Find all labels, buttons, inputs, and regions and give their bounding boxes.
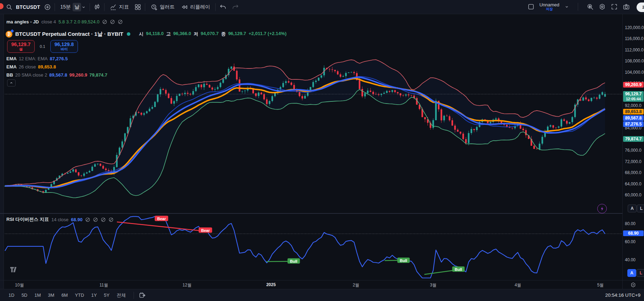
rsi-value: 68.90 [71, 217, 83, 222]
ma-angles-values: 5.8 3.7 2.0 89,524.0 [58, 19, 100, 24]
range-button-3M[interactable]: 3M [48, 292, 54, 298]
time-tick: 2025 [266, 282, 276, 287]
axis-settings-icon[interactable] [630, 282, 636, 288]
rsi-source-slash-icon[interactable] [101, 217, 106, 222]
indicators-button[interactable]: 지표 [108, 2, 131, 12]
settings-slash-icon[interactable] [110, 19, 115, 24]
replay-label: 리플레이 [190, 4, 210, 10]
layout-icon[interactable] [527, 3, 535, 10]
fullscreen-icon[interactable] [611, 3, 618, 10]
divergence-label-bull: Bull [452, 267, 465, 272]
time-tick: 3월 [430, 282, 437, 288]
compare-add-icon[interactable] [44, 4, 51, 11]
time-tick: 12월 [182, 282, 191, 288]
price-tick: 120,000.0 [625, 25, 644, 30]
replay-button[interactable]: 리플레이 [179, 2, 212, 12]
close-value: 96,129.7 [228, 31, 246, 37]
bb-params: 20 SMA close 2 [15, 72, 47, 78]
range-button-6M[interactable]: 6M [61, 292, 68, 298]
tradingview-logo[interactable] [10, 267, 18, 273]
goto-date-icon[interactable] [139, 292, 146, 299]
rsi-hide-icon[interactable] [85, 217, 90, 222]
interval-day-button[interactable]: 날 [73, 3, 81, 11]
toolbar-separator [134, 292, 134, 299]
buy-price: 96,129.8 [55, 42, 74, 47]
indicator-row-bb[interactable]: BB 20 SMA close 2 89,567.8 99,260.9 79,8… [6, 72, 107, 78]
price-axis[interactable]: 120,000.0116,000.0112,000.0108,000.0104,… [622, 14, 644, 289]
bb-upper-value: 99,260.9 [69, 72, 87, 78]
clock-label: 20:54:16 UTC+9 [605, 292, 640, 298]
rsi-log-scale-button[interactable]: L [637, 269, 644, 277]
snapshot-camera-icon[interactable] [623, 3, 630, 10]
indicator-row-rsi[interactable]: RSI 다이버전스 지표 14 close 68.90 [6, 216, 114, 223]
auto-scale-button[interactable]: A [628, 205, 637, 212]
low-value: 94,070.7 [201, 31, 219, 37]
high-value: 96,366.0 [173, 31, 191, 37]
divergence-label-bull: Bull [288, 258, 300, 264]
price-tag: 79,874.7 [623, 136, 644, 142]
rsi-auto-scale-button[interactable]: A [627, 269, 636, 277]
hide-icon[interactable] [102, 19, 107, 24]
layout-name-button[interactable]: Unnamed 저장 [540, 2, 559, 11]
instant-order-lightning-button[interactable] [597, 204, 607, 213]
toolbar-separator [145, 3, 145, 11]
sell-price: 96,129.7 [11, 42, 31, 47]
range-button-전체[interactable]: 전체 [117, 292, 126, 299]
time-axis[interactable]: 10월11월12월20252월3월4월5월 [0, 280, 644, 289]
main-chart[interactable] [0, 0, 644, 301]
range-button-5Y[interactable]: 5Y [104, 292, 109, 298]
layout-menu-chevron-icon[interactable] [564, 4, 569, 9]
interval-15m-label: 15분 [60, 4, 71, 10]
lightning-icon [600, 206, 605, 211]
rsi-remove-slash-icon[interactable] [108, 217, 114, 222]
price-tick: 112,000.0 [625, 48, 644, 52]
toolbar-separator [215, 3, 216, 11]
price-tick: 68,000.0 [625, 170, 642, 175]
time-tick: 11월 [100, 282, 108, 288]
ema12-name: EMA [6, 56, 17, 61]
indicators-icon [110, 4, 117, 11]
search-icon[interactable] [6, 4, 13, 11]
indicator-row-ma-angles: ma angles - JD close 4 5.8 3.7 2.0 89,52… [6, 18, 123, 26]
symbol-legend: ₿ BTCUSDT Perpetual Contract · 1날 · BYBI… [6, 30, 287, 38]
alert-button[interactable]: 얼러트 [149, 2, 176, 12]
replay-icon [181, 4, 188, 11]
buy-button[interactable]: 96,129.8 바이 [50, 40, 78, 53]
time-tick: 5월 [597, 282, 604, 288]
rsi-tick: 80.00 [625, 221, 635, 226]
settings-icon[interactable] [599, 3, 606, 10]
quick-search-icon[interactable] [587, 3, 594, 10]
btc-coin-icon: ₿ [6, 31, 12, 38]
layout-grid-icon[interactable] [134, 4, 141, 11]
chart-type-icon[interactable] [94, 4, 101, 11]
range-button-5D[interactable]: 5D [22, 292, 28, 298]
log-scale-button[interactable]: L [637, 205, 644, 212]
symbol-button[interactable]: BTCUSDT [14, 3, 42, 11]
interval-menu-chevron-icon[interactable] [81, 5, 86, 10]
chevron-up-icon [9, 81, 13, 85]
legend-title[interactable]: BTCUSDT Perpetual Contract · 1날 · BYBIT [15, 31, 123, 38]
range-button-YTD[interactable]: YTD [75, 292, 84, 298]
remove-slash-icon[interactable] [118, 19, 123, 24]
publish-button[interactable]: 퍼블리시 [637, 2, 644, 12]
interval-15m-button[interactable]: 15분 [58, 3, 73, 11]
range-button-1D[interactable]: 1D [9, 292, 15, 298]
change-value: +2,011.7 (+2.14%) [249, 31, 287, 37]
range-button-1Y[interactable]: 1Y [91, 292, 97, 298]
indicator-row-ema26[interactable]: EMA 26 close 89,653.8 [6, 63, 56, 70]
price-tick: 60,000.0 [625, 193, 642, 197]
sell-label: 셀 [19, 47, 23, 51]
top-toolbar: BTCUSDT 15분 날 지표 얼러트 리플레이 Unnamed 저장 [0, 0, 644, 14]
indicators-label: 지표 [119, 4, 129, 10]
redo-icon[interactable] [232, 4, 239, 11]
rsi-settings-slash-icon[interactable] [93, 217, 98, 222]
sell-button[interactable]: 96,129.7 셀 [7, 40, 35, 53]
undo-icon[interactable] [219, 4, 226, 11]
pane-divider[interactable] [0, 213, 644, 214]
indicator-row-ema12[interactable]: EMA 12 EMA: EMA 87,276.5 [6, 55, 68, 62]
ema26-name: EMA [6, 64, 17, 69]
rsi-tick: 60.00 [625, 239, 635, 244]
high-label: 고 [166, 31, 171, 37]
collapse-legend-button[interactable] [7, 79, 16, 87]
range-button-1M[interactable]: 1M [34, 292, 41, 298]
